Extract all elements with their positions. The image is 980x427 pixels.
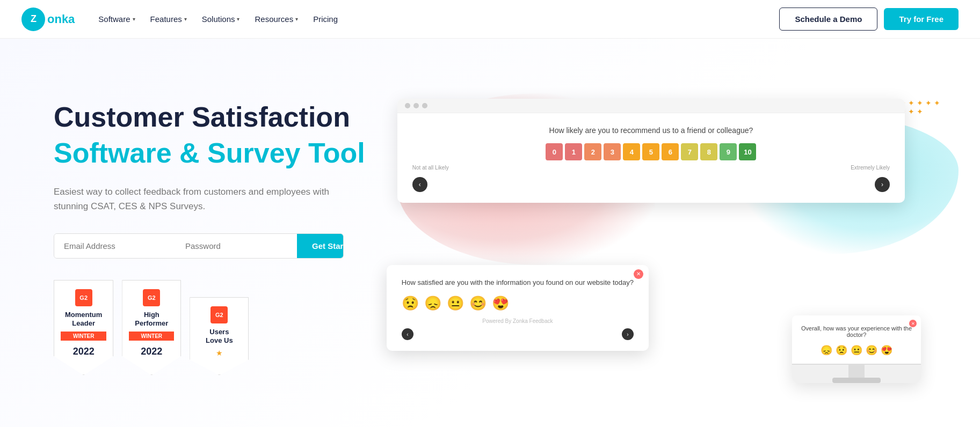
nav-cta-area: Schedule a Demo Try for Free (779, 8, 959, 31)
window-dot-1 (405, 103, 410, 108)
csat-emoji-4[interactable]: 😍 (492, 295, 509, 312)
badge-momentum-leader: G2 MomentumLeader WINTER 2022 (54, 280, 113, 376)
window-dot-2 (413, 103, 419, 108)
hero-illustration: ✦ ✦ ✦ ✦ ✦ ✦ ✦ ✦ • • • • • • • • How like… (387, 83, 926, 394)
csat-emoji-row: 😟😞😐😊😍 (402, 295, 634, 312)
nps-number-5[interactable]: 5 (642, 143, 659, 160)
hero-content: Customer Satisfaction Software & Survey … (54, 101, 365, 376)
g2-logo: G2 (75, 289, 92, 306)
badge-high-performer: G2 HighPerformer WINTER 2022 (122, 280, 181, 376)
nps-number-7[interactable]: 7 (681, 143, 698, 160)
get-started-button[interactable]: Get Started (297, 234, 344, 258)
window-dot-3 (422, 103, 427, 108)
nav-menu: Software ▾ Features ▾ Solutions ▾ Resour… (92, 10, 344, 28)
badge-banner: WINTER (129, 332, 174, 341)
email-input[interactable] (54, 234, 176, 258)
kiosk-question: Overall, how was your experience with th… (801, 325, 912, 338)
nps-navigation: ‹ › (412, 177, 890, 192)
chevron-down-icon: ▾ (295, 16, 298, 22)
csat-close-button[interactable]: ✕ (634, 269, 643, 279)
kiosk-emoji-3[interactable]: 😊 (866, 344, 877, 356)
badge-star: ★ (216, 349, 223, 357)
kiosk-stand-neck (848, 365, 865, 378)
nps-question: How likely are you to recommend us to a … (412, 126, 890, 135)
hero-title-line2: Software & Survey Tool (54, 137, 365, 170)
nav-item-resources[interactable]: Resources ▾ (248, 10, 304, 28)
card-titlebar (397, 99, 905, 113)
kiosk-emoji-row: 😞😟😐😊😍 (801, 344, 912, 356)
badge-title: HighPerformer (135, 311, 168, 329)
nps-number-0[interactable]: 0 (546, 143, 563, 160)
nps-survey-card: How likely are you to recommend us to a … (397, 99, 905, 203)
nps-number-6[interactable]: 6 (662, 143, 679, 160)
schedule-demo-button[interactable]: Schedule a Demo (779, 8, 877, 31)
try-for-free-button[interactable]: Try for Free (884, 8, 959, 30)
kiosk-stand-base (832, 378, 881, 383)
kiosk-emoji-1[interactable]: 😟 (836, 344, 847, 356)
csat-next-button[interactable]: › (622, 328, 634, 340)
kiosk-close-button[interactable]: ✕ (909, 320, 917, 327)
nav-item-solutions[interactable]: Solutions ▾ (195, 10, 246, 28)
nps-scale: 012345678910 (412, 143, 890, 160)
kiosk-emoji-4[interactable]: 😍 (881, 344, 892, 356)
nps-number-9[interactable]: 9 (720, 143, 737, 160)
hero-section: Customer Satisfaction Software & Survey … (0, 39, 980, 427)
badge-title: UsersLove Us (206, 328, 233, 346)
csat-emoji-0[interactable]: 😟 (402, 295, 419, 312)
chevron-down-icon: ▾ (237, 16, 239, 22)
yellow-stars-decoration: ✦ ✦ ✦ ✦ ✦ ✦ ✦ ✦ (899, 99, 942, 116)
nps-number-3[interactable]: 3 (604, 143, 621, 160)
badge-users-love-us: G2 UsersLove Us ★ (190, 297, 249, 376)
badge-year: 2022 (73, 346, 95, 357)
csat-navigation: ‹ › (402, 328, 634, 340)
chevron-down-icon: ▾ (133, 16, 135, 22)
logo-icon: Z (21, 8, 45, 31)
nps-number-4[interactable]: 4 (623, 143, 640, 160)
nav-item-software[interactable]: Software ▾ (92, 10, 141, 28)
nps-card-body: How likely are you to recommend us to a … (397, 113, 905, 203)
signup-form: Get Started (54, 233, 344, 259)
kiosk-emoji-0[interactable]: 😞 (821, 344, 832, 356)
csat-emoji-3[interactable]: 😊 (469, 295, 487, 312)
hero-title-line1: Customer Satisfaction (54, 101, 365, 134)
badge-title: MomentumLeader (65, 311, 102, 329)
hero-subtitle: Easiest way to collect feedback from cus… (54, 185, 333, 214)
badges-row: G2 MomentumLeader WINTER 2022 G2 HighPer… (54, 280, 365, 376)
csat-question: How satisfied are you with the informati… (402, 278, 634, 288)
g2-logo: G2 (210, 306, 228, 323)
navbar: Z onka Software ▾ Features ▾ Solutions ▾… (0, 0, 980, 39)
kiosk-emoji-2[interactable]: 😐 (851, 344, 862, 356)
logo[interactable]: Z onka (21, 8, 75, 31)
csat-prev-button[interactable]: ‹ (402, 328, 413, 340)
kiosk-screen: ✕ Overall, how was your experience with … (792, 315, 921, 365)
csat-emoji-2[interactable]: 😐 (447, 295, 464, 312)
nav-item-features[interactable]: Features ▾ (144, 10, 193, 28)
nps-number-1[interactable]: 1 (565, 143, 582, 160)
nps-number-10[interactable]: 10 (739, 143, 756, 160)
badge-year: 2022 (141, 346, 162, 357)
csat-survey-card: ✕ How satisfied are you with the informa… (387, 265, 649, 351)
kiosk-survey-card: ✕ Overall, how was your experience with … (792, 315, 921, 383)
chevron-down-icon: ▾ (184, 16, 187, 22)
nav-item-pricing[interactable]: Pricing (307, 10, 344, 28)
csat-emoji-1[interactable]: 😞 (424, 295, 441, 312)
badge-banner: WINTER (61, 332, 106, 341)
logo-text: onka (47, 12, 75, 26)
nps-prev-arrow[interactable]: ‹ (412, 177, 427, 192)
csat-footer: Powered By Zonka Feedback (402, 318, 634, 324)
nps-number-8[interactable]: 8 (700, 143, 717, 160)
nps-next-arrow[interactable]: › (875, 177, 890, 192)
nps-labels: Not at all Likely Extremely Likely (412, 165, 890, 171)
password-input[interactable] (176, 234, 297, 258)
nps-number-2[interactable]: 2 (584, 143, 601, 160)
g2-logo: G2 (143, 289, 160, 306)
